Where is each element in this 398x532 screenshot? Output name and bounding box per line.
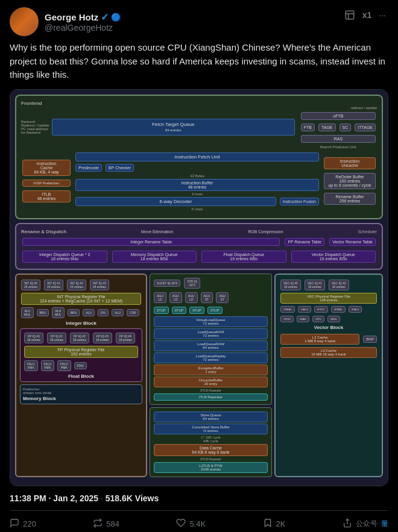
vld-queue: VirtualLoadQueue72 entries <box>154 316 268 327</box>
fdip-prefetcher: FDIP Prefetcher <box>22 180 71 187</box>
tweet-timestamp: 11:38 PM · Jan 2, 2025 <box>10 493 98 503</box>
comment-icon <box>10 518 19 530</box>
integer-block-label: Integer Block <box>20 321 142 326</box>
load-queue-raw: LoadQueueRAW64 entries <box>154 340 268 351</box>
comments-stat[interactable]: 220 <box>10 518 36 530</box>
tweet-header: George Hotz ✓ 🔵 @realGeorgeHotz x1 ··· <box>10 7 388 36</box>
frontend-section: Frontend Backend Redirect / Update PC re… <box>15 95 383 219</box>
l2tlb-ptw: L2TLB & PTW2048 entries <box>154 462 268 473</box>
user-info: George Hotz ✓ 🔵 @realGeorgeHotz <box>45 11 121 33</box>
alu-mul2: ALUMUL <box>52 307 65 318</box>
store-queue: Store Queue64 entries <box>154 412 268 422</box>
float-block-label: Float Block <box>23 374 139 379</box>
agu-st2: AGUST <box>216 292 229 303</box>
rename-dispatch-label: Rename & Dispatch <box>21 229 66 234</box>
instruction-uncache: InstructionUncache <box>324 157 376 169</box>
vec-physical-register-file: VEC Physical Register File128 entries <box>280 293 377 304</box>
itlb-repeater: ITLB Repeater <box>154 393 268 401</box>
integer-dispatch-queue: Integer Dispatch Queue * 216 entries 6i4… <box>22 251 107 263</box>
username: @realGeorgeHotz <box>45 23 121 33</box>
data-cache: Data Cache64 KB 8 way 8 bank <box>154 444 268 456</box>
retweets-stat[interactable]: 584 <box>93 518 119 530</box>
share-stat[interactable]: 公众号 量 <box>343 518 388 530</box>
int-iq2: INT IQ #224 entries <box>67 280 86 290</box>
fp-iq0: FP IQ #018 entries <box>24 333 43 343</box>
vector-dispatch-queue: Vector Dispatch Queue16 entries 6i5o <box>291 251 376 263</box>
fp-iq3: FP IQ #318 entries <box>93 333 112 343</box>
dtlb4: DTLB* <box>207 307 223 314</box>
vfmac: VFMAC <box>280 306 295 313</box>
predecode: Predecode <box>75 164 102 172</box>
ittage: ITTAGE <box>355 124 376 131</box>
load-queue-replay: LoadQueueReplay72 entries <box>154 352 268 363</box>
tweet-container: George Hotz ✓ 🔵 @realGeorgeHotz x1 ··· <box>0 0 398 532</box>
vector-block-label: Vector Block <box>279 325 378 330</box>
alu-mul: ALUMUL <box>21 307 34 318</box>
cache-section: L2 Cache1 MB 8 way 4 bank BOP L3 Cache16… <box>279 333 378 358</box>
notification-button[interactable] <box>342 7 358 23</box>
tweet-views: 518.6K Views <box>106 493 159 503</box>
memory-iq-section: VLDST IQ 16*2 STD IQ16*2 AGULD AGULD AGU… <box>150 274 272 405</box>
vfmac2: VFMAC <box>331 306 346 313</box>
vmsc: VMSC <box>327 316 341 322</box>
middle-column: VLDST IQ 16*2 STD IQ16*2 AGULD AGULD AGU… <box>150 274 272 477</box>
processor-blocks: INT IQ #024 entries INT IQ #124 entries … <box>15 274 383 477</box>
bru: BRU <box>37 309 49 316</box>
bookmark-icon <box>263 518 273 530</box>
x1-label[interactable]: x1 <box>362 10 372 20</box>
committed-store-buffer: Committed Store Bufferl4 entries <box>154 424 268 434</box>
vector-rename-table: Vector Rename Table <box>329 238 376 246</box>
cpu-diagram: Frontend Backend Redirect / Update PC re… <box>10 90 388 486</box>
dtlb2: DTLB* <box>172 307 187 314</box>
dtlb3: DTLB* <box>189 307 204 314</box>
div: DIV <box>98 309 109 316</box>
tweet-image: Frontend Backend Redirect / Update PC re… <box>10 89 388 486</box>
bookmarks-stat[interactable]: 2K <box>263 518 286 530</box>
vialu: VIALU <box>298 306 311 313</box>
reorder-buffer: ReOrder Buffer160 entriesup to 8 commits… <box>324 173 376 189</box>
bru2: BRU <box>68 309 80 316</box>
memory-block: Prefetcherstream sms stride Memory Block <box>20 384 142 404</box>
vfdvt: VFDVT <box>314 306 328 313</box>
fp-block: FP IQ #018 entries FP IQ #118 entries FP… <box>20 328 142 382</box>
vec-iq1: VEC IQ #116 entries <box>305 280 325 290</box>
dtlb: DTLB* <box>154 307 169 314</box>
avatar[interactable] <box>10 7 39 36</box>
like-icon <box>176 518 186 530</box>
exception-buffer: ExceptionBuffer1 entry <box>154 365 268 375</box>
likes-count: 5.4K <box>189 519 206 528</box>
instruction-fetch-unit: Instruction Fetch Unit <box>75 152 319 161</box>
memory-dispatch-queue: Memory Dispatch Queue18 entries 8i5o <box>112 251 197 263</box>
float-dispatch-queue: Float Dispatch Queue16 entries 6i6o <box>201 251 286 263</box>
rename-buffer: Rename Buffer256 entries <box>324 193 376 205</box>
alu2: ALU <box>112 309 124 316</box>
share-extra: 量 <box>381 519 388 529</box>
6-way-decoder: 6-way Decoder <box>75 197 276 206</box>
falu-pma: FALUPMA <box>57 360 71 371</box>
tweet-actions-top: x1 ··· <box>342 7 388 23</box>
store-queue-section: Store Queue64 entries Committed Store Bu… <box>150 407 272 477</box>
int-iq3: INT IQ #324 entries <box>90 280 109 290</box>
fp-iq4: FP IQ #418 entries <box>116 333 135 343</box>
sc: SC <box>340 124 352 131</box>
more-button[interactable]: ··· <box>376 8 388 22</box>
vector-block: VEC IQ #016 entries VEC IQ #116 entries … <box>274 274 383 477</box>
likes-stat[interactable]: 5.4K <box>176 518 206 530</box>
bookmarks-count: 2K <box>276 519 286 528</box>
vec-iq0: VEC IQ #016 entries <box>280 280 301 290</box>
fp-physical-register-file: FP Physical Register File192 entries <box>24 346 138 358</box>
stdiiq: STD IQ16*2 <box>184 278 200 289</box>
frontend-label: Frontend <box>21 101 377 106</box>
integer-block: INT IQ #024 entries INT IQ #124 entries … <box>15 274 147 477</box>
int-iq0: INT IQ #024 entries <box>21 280 40 290</box>
display-name: George Hotz ✓ 🔵 <box>45 11 121 23</box>
bp-checker: BP Checker <box>106 164 134 172</box>
instruction-fusion: Instruction Fusion <box>280 198 319 205</box>
more-icon: ··· <box>379 10 386 20</box>
instruction-buffer: Instruction Buffer48 entries <box>75 179 319 191</box>
comments-count: 220 <box>23 519 36 528</box>
fetch-target-queue: Fetch Target Queue64 entries <box>52 119 295 136</box>
int-physical-register-file: INT Physical Register File224 entries + … <box>21 293 141 305</box>
vfdiv: VFDIV <box>280 316 294 322</box>
vipu: VIPU <box>312 316 324 322</box>
